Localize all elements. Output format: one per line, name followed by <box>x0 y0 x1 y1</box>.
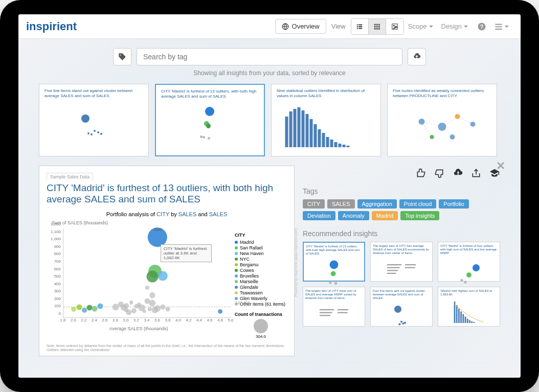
svg-rect-8 <box>376 24 378 25</box>
insight-thumb-3[interactable]: Nine statistical outliers identified in … <box>271 84 381 156</box>
svg-rect-36 <box>334 142 338 147</box>
svg-point-50 <box>470 122 476 127</box>
tag[interactable]: Point cloud <box>399 199 436 209</box>
legend-item: Glendale <box>235 285 287 290</box>
recommended-thumb[interactable]: 'Madrid' with highest sum of SALES at 1,… <box>438 287 500 327</box>
svg-rect-12 <box>378 26 380 27</box>
tag[interactable]: Top insights <box>400 211 439 220</box>
svg-rect-35 <box>330 140 333 147</box>
svg-rect-2 <box>358 24 362 25</box>
tag[interactable]: Portfolio <box>439 199 468 209</box>
tag[interactable]: Aggregation <box>357 199 397 209</box>
svg-rect-66 <box>320 312 332 313</box>
upload-button[interactable] <box>408 48 426 65</box>
svg-line-44 <box>458 117 473 124</box>
svg-rect-67 <box>320 315 330 316</box>
svg-rect-15 <box>378 28 380 29</box>
view-image-button[interactable] <box>386 19 403 34</box>
svg-point-45 <box>419 119 425 125</box>
svg-rect-11 <box>376 26 378 27</box>
svg-rect-57 <box>387 270 398 271</box>
data-point[interactable] <box>158 271 167 281</box>
list-icon <box>356 23 363 30</box>
caret-down-icon <box>429 26 433 28</box>
scatter-plot: 137.435 CITY 'Madrid' is furthest outlie… <box>63 228 231 318</box>
detail-panel: ✕ Sample Sales Data CITY 'Madrid' is fur… <box>39 166 500 356</box>
svg-rect-33 <box>322 133 325 147</box>
legend-item: NYC <box>235 257 287 262</box>
data-point[interactable] <box>82 308 87 313</box>
recommended-thumb[interactable]: The largest item of CITY has average SAL… <box>370 242 433 282</box>
svg-rect-59 <box>405 264 416 265</box>
hamburger-icon <box>495 22 503 31</box>
insight-thumb-2[interactable]: CITY 'Madrid' is furthest of 13 outliers… <box>155 84 265 156</box>
design-dropdown[interactable]: Design <box>441 22 468 30</box>
detail-side-panel: Tags CITYSALESAggregationPoint cloudPort… <box>303 166 500 356</box>
data-point[interactable] <box>92 306 98 311</box>
data-point[interactable] <box>76 304 82 310</box>
svg-rect-20 <box>495 24 502 25</box>
thumbs-down-icon <box>434 168 444 178</box>
tag[interactable]: Madrid <box>372 211 398 220</box>
svg-rect-34 <box>326 137 329 147</box>
cloud-upload-icon <box>413 53 421 61</box>
svg-rect-14 <box>376 28 378 29</box>
search-input[interactable] <box>137 48 402 65</box>
svg-point-46 <box>438 123 446 131</box>
overview-button[interactable]: Overview <box>275 19 326 34</box>
svg-rect-55 <box>387 264 401 265</box>
view-grid-button[interactable] <box>369 19 386 34</box>
data-point[interactable] <box>97 304 103 309</box>
data-point[interactable] <box>146 271 158 283</box>
thumbs-down-button[interactable] <box>434 168 445 179</box>
svg-rect-77 <box>458 309 460 323</box>
tag-filter-button[interactable] <box>113 48 131 65</box>
svg-rect-56 <box>387 267 400 268</box>
data-point[interactable] <box>218 309 223 314</box>
x-axis-label: Average SALES (thousands) <box>47 326 231 331</box>
svg-rect-6 <box>358 28 362 29</box>
insight-thumb-4[interactable]: Five nodes identified as weakly connecte… <box>387 84 497 156</box>
svg-point-62 <box>466 272 471 278</box>
svg-point-17 <box>393 25 394 26</box>
view-list-button[interactable] <box>351 19 369 34</box>
insight-thumbnails: Five line items stand out against cluste… <box>39 84 500 156</box>
svg-point-49 <box>430 135 434 139</box>
caret-down-icon <box>464 26 468 28</box>
recommended-thumb[interactable]: CITY 'Madrid' is furthest of 13 outliers… <box>303 242 365 282</box>
svg-rect-65 <box>320 309 334 310</box>
close-detail-button[interactable]: ✕ <box>496 159 505 173</box>
svg-rect-81 <box>467 319 468 323</box>
svg-rect-27 <box>298 107 301 147</box>
legend-item: Cowes <box>235 268 287 273</box>
share-button[interactable] <box>470 168 482 179</box>
recommended-thumb[interactable]: The largest item of CITY have sum of SAL… <box>303 287 365 327</box>
insight-thumb-1[interactable]: Five line items stand out against cluste… <box>39 84 149 156</box>
tag[interactable]: SALES <box>327 199 354 209</box>
dataset-tab[interactable]: Sample Sales Data <box>47 173 93 180</box>
svg-rect-32 <box>318 129 321 147</box>
svg-point-73 <box>398 323 400 325</box>
scope-dropdown[interactable]: Scope <box>408 22 433 30</box>
legend-item: Bergamo <box>235 262 287 267</box>
help-button[interactable]: ? <box>477 22 486 31</box>
recommended-thumb[interactable]: Four line items split out against cluste… <box>370 287 433 327</box>
svg-point-51 <box>330 260 339 269</box>
svg-point-52 <box>331 271 336 276</box>
data-point[interactable] <box>72 307 77 312</box>
share-icon <box>471 168 481 178</box>
download-button[interactable] <box>452 168 463 179</box>
svg-point-48 <box>450 134 455 140</box>
tag[interactable]: Anomaly <box>338 211 369 220</box>
tag[interactable]: CITY <box>303 199 325 209</box>
svg-rect-84 <box>473 322 475 323</box>
svg-rect-79 <box>462 314 464 324</box>
menu-button[interactable] <box>495 22 509 31</box>
recommended-thumb[interactable]: CITY 'Madrid' is furthest of four outlie… <box>438 242 500 282</box>
tag[interactable]: Deviation <box>303 211 335 220</box>
svg-rect-60 <box>405 267 415 268</box>
detail-title: CITY 'Madrid' is furthest of 13 outliers… <box>47 182 287 205</box>
svg-point-53 <box>329 281 332 284</box>
thumbs-up-button[interactable] <box>415 168 426 179</box>
svg-rect-83 <box>471 321 473 324</box>
